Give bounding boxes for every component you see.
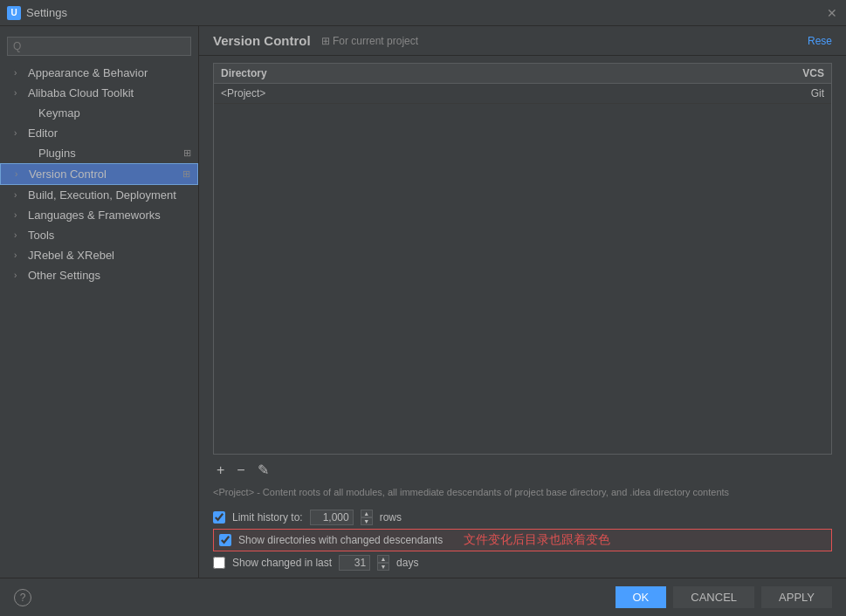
sidebar-item-jrebel[interactable]: › JRebel & XRebel [0,245,198,265]
content-area: Version Control ⊞ For current project Re… [199,26,846,578]
spinner-up-icon[interactable]: ▲ [377,555,389,563]
sidebar-item-label: Alibaba Cloud Toolkit [28,86,191,99]
sidebar-item-languages[interactable]: › Languages & Frameworks [0,205,198,225]
reset-link[interactable]: Rese [808,35,832,47]
show-dirs-option: Show directories with changed descendant… [213,529,832,551]
sidebar-item-appearance[interactable]: › Appearance & Behavior [0,63,198,83]
expand-arrow-icon: › [14,270,24,280]
vcs-table: Directory VCS <Project> Git [213,63,832,455]
spinner-down-icon[interactable]: ▼ [361,517,373,525]
show-dirs-checkbox[interactable] [219,534,231,546]
expand-arrow-icon: › [14,230,24,240]
show-dirs-label: Show directories with changed descendant… [238,534,443,546]
sidebar-item-plugins[interactable]: Plugins ⊞ [0,143,198,163]
sidebar-item-label: Plugins [38,147,183,160]
sidebar-item-editor[interactable]: › Editor [0,123,198,143]
ok-button[interactable]: OK [616,586,667,608]
help-button[interactable]: ? [14,589,31,606]
limit-history-option: Limit history to: ▲ ▼ rows [213,506,832,529]
show-changed-label: Show changed in last [232,557,332,569]
bottom-bar: ? OK CANCEL APPLY [0,578,846,616]
expand-arrow-icon: › [14,250,24,260]
bottom-actions: OK CANCEL APPLY [616,586,833,608]
cell-directory: <Project> [221,87,754,99]
limit-history-input[interactable] [310,510,354,525]
cancel-button[interactable]: CANCEL [673,586,754,608]
expand-arrow-icon: › [14,68,24,78]
expand-arrow-icon: › [14,128,24,138]
sidebar-item-label: Editor [28,127,191,140]
apply-button[interactable]: APPLY [761,586,832,608]
project-label: ⊞ For current project [321,35,418,47]
sidebar-item-label: Tools [28,229,191,242]
sidebar: › Appearance & Behavior › Alibaba Cloud … [0,26,199,578]
column-vcs: VCS [754,67,824,79]
limit-history-spinner: ▲ ▼ [361,510,373,525]
expand-arrow-icon: › [14,190,24,200]
description-text: <Project> - Content roots of all modules… [199,485,846,503]
sidebar-item-other[interactable]: › Other Settings [0,265,198,285]
cell-vcs: Git [754,87,824,99]
show-changed-suffix: days [396,557,418,569]
close-button[interactable]: ✕ [825,6,839,20]
show-changed-spinner: ▲ ▼ [377,555,389,571]
app-icon: U [7,6,21,20]
limit-history-label: Limit history to: [232,511,303,524]
spinner-up-icon[interactable]: ▲ [361,510,373,517]
sidebar-item-label: Keymap [38,106,191,120]
options-section: Limit history to: ▲ ▼ rows Show director… [199,503,846,578]
search-bar [0,33,198,59]
page-title: Version Control [213,33,311,48]
window-title: Settings [26,6,825,19]
search-input[interactable] [7,37,191,56]
column-directory: Directory [221,67,754,79]
sidebar-item-label: Build, Execution, Deployment [28,188,191,202]
content-header: Version Control ⊞ For current project Re… [199,26,846,56]
spinner-down-icon[interactable]: ▼ [377,563,389,571]
show-changed-checkbox[interactable] [213,557,225,569]
sidebar-item-version-control[interactable]: › Version Control ⊞ [0,163,198,185]
sidebar-item-label: Appearance & Behavior [28,66,191,79]
add-button[interactable]: + [213,461,228,480]
limit-history-suffix: rows [380,511,402,524]
plugin-icon: ⊞ [183,147,191,159]
sidebar-item-label: Other Settings [28,269,191,282]
expand-arrow-icon: › [14,210,24,220]
sidebar-item-tools[interactable]: › Tools [0,225,198,245]
show-changed-option: Show changed in last ▲ ▼ days [213,551,832,574]
chinese-annotation: 文件变化后目录也跟着变色 [464,532,610,548]
sidebar-item-keymap[interactable]: Keymap [0,103,198,123]
window-controls: ✕ [825,6,839,20]
sidebar-item-label: Version Control [29,168,182,181]
title-bar: U Settings ✕ [0,0,846,26]
edit-button[interactable]: ✎ [254,460,272,480]
table-header: Directory VCS [214,64,831,84]
table-row[interactable]: <Project> Git [214,84,831,104]
expand-arrow-icon: › [14,88,24,98]
sidebar-item-label: Languages & Frameworks [28,209,191,222]
show-changed-input[interactable] [339,555,370,571]
main-layout: › Appearance & Behavior › Alibaba Cloud … [0,26,846,578]
sidebar-item-alibaba[interactable]: › Alibaba Cloud Toolkit [0,83,198,103]
expand-arrow-icon: › [15,169,25,179]
sidebar-item-label: JRebel & XRebel [28,249,191,262]
remove-button[interactable]: − [233,461,248,480]
sidebar-item-build[interactable]: › Build, Execution, Deployment [0,185,198,205]
table-toolbar: + − ✎ [199,455,846,485]
plugin-icon: ⊞ [182,168,190,180]
limit-history-checkbox[interactable] [213,511,225,524]
